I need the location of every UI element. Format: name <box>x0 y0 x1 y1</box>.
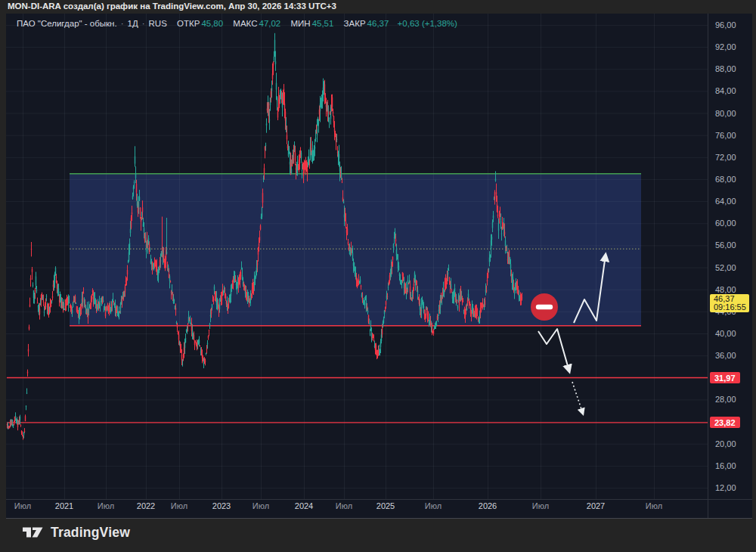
price-tick-label: 28,00 <box>715 394 736 405</box>
level-price-label-2: 23,82 <box>710 417 740 428</box>
price-tick-label: 68,00 <box>715 174 736 185</box>
price-tick-label: 20,00 <box>715 439 736 449</box>
price-tick-label: 88,00 <box>715 64 736 74</box>
change-value: +0,63 (+1,38%) <box>398 19 457 28</box>
scenario-down-dotted-arrow <box>572 382 583 414</box>
current-price-value: 46,37 <box>714 294 735 303</box>
legend-separator: · <box>121 19 124 28</box>
level-price-label-1: 31,97 <box>710 372 740 383</box>
symbol-legend: ПАО "Селигдар" - обыкн.·1Д·RUS ОТКР45,80… <box>17 19 457 28</box>
time-tick-label: Июл <box>336 501 352 510</box>
price-tick-label: 72,00 <box>715 152 736 163</box>
tradingview-logo-icon <box>21 525 44 540</box>
low-label: МИН <box>290 19 310 28</box>
time-tick-label: Июл <box>425 501 442 510</box>
price-tick-label: 56,00 <box>715 240 736 250</box>
high-value: 47,02 <box>259 19 280 28</box>
time-tick-label: 2025 <box>376 501 395 510</box>
scenario-down-arrow <box>538 329 569 371</box>
time-tick-label: Июл <box>532 501 549 510</box>
price-tick-label: 12,00 <box>715 482 736 493</box>
high-label: МАКС <box>233 19 257 28</box>
close-value: 46,37 <box>367 19 389 28</box>
time-tick-label: Июл <box>14 501 31 510</box>
price-tick-label: 96,00 <box>715 20 736 30</box>
open-label: ОТКР <box>177 19 200 28</box>
exchange-label: RUS <box>149 19 167 28</box>
tradingview-footer: TradingView <box>21 523 130 542</box>
price-tick-label: 84,00 <box>715 85 736 96</box>
chart-panel: ПАО "Селигдар" - обыкн.·1Д·RUS ОТКР45,80… <box>6 14 752 519</box>
interval-label[interactable]: 1Д <box>128 19 138 28</box>
current-price-label: 46,37 09:16:55 <box>710 294 749 312</box>
snapshot-header: MON-DI-ARA создал(а) график на TradingVi… <box>0 0 756 14</box>
price-tick-label: 16,00 <box>715 461 736 471</box>
time-tick-label: 2026 <box>479 501 497 510</box>
price-tick-label: 76,00 <box>715 130 736 141</box>
tradingview-snapshot: MON-DI-ARA создал(а) график на TradingVi… <box>0 0 756 552</box>
time-tick-label: 2024 <box>295 501 313 510</box>
time-tick-label: 2022 <box>137 501 155 510</box>
time-tick-label: 2027 <box>587 501 605 510</box>
price-tick-label: 92,00 <box>715 42 736 52</box>
time-tick-label: Июл <box>171 501 187 510</box>
symbol-title[interactable]: ПАО "Селигдар" - обыкн. <box>17 19 117 28</box>
time-tick-label: 2023 <box>212 501 231 510</box>
price-tick-label: 60,00 <box>715 218 736 228</box>
open-value: 45,80 <box>201 19 223 28</box>
legend-separator: · <box>142 19 145 28</box>
snapshot-title: MON-DI-ARA создал(а) график на TradingVi… <box>8 2 336 11</box>
time-tick-label: Июл <box>98 501 114 510</box>
time-tick-label: Июл <box>646 501 662 510</box>
price-chart[interactable] <box>6 14 752 518</box>
price-tick-label: 52,00 <box>715 262 736 273</box>
price-tick-label: 64,00 <box>715 196 736 206</box>
no-entry-icon[interactable] <box>531 293 558 321</box>
close-label: ЗАКР <box>344 19 366 28</box>
time-tick-label: 2021 <box>55 501 73 510</box>
time-tick-label: Июл <box>253 501 269 510</box>
price-tick-label: 40,00 <box>715 328 736 339</box>
price-tick-label: 80,00 <box>715 108 736 119</box>
low-value: 45,51 <box>312 19 334 28</box>
price-tick-label: 36,00 <box>715 350 736 361</box>
bar-countdown: 09:16:55 <box>714 303 745 312</box>
tradingview-brand: TradingView <box>51 525 130 541</box>
